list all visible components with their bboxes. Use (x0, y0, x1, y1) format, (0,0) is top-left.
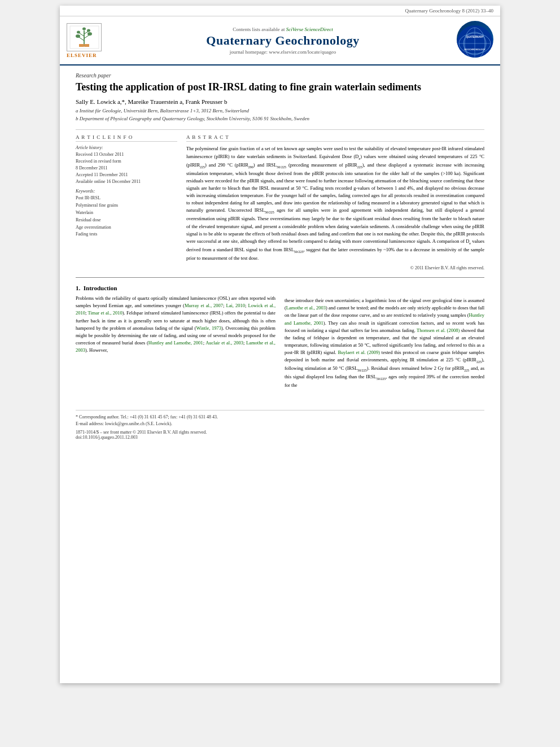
article-info-col: A R T I C L E I N F O Article history: R… (76, 134, 177, 270)
history-label: Article history: (76, 145, 177, 150)
journal-logo-circle: QUATERNARY GEOCHRONOLOGY (457, 21, 493, 58)
ref-huntley2001b[interactable]: Huntley and Lamothe, 2001 (285, 312, 484, 325)
svg-point-8 (77, 30, 80, 33)
abstract-heading: A B S T R A C T (186, 134, 484, 142)
citation-bar: Quaternary Geochronology 8 (2012) 33–40 (60, 6, 500, 16)
intro-section: 1. Introduction Problems with the reliab… (76, 285, 484, 393)
svg-text:GEOCHRONOLOGY: GEOCHRONOLOGY (464, 48, 485, 51)
logo-box-text: QUATERNARY GEOCHRONOLOGY (457, 21, 493, 58)
copyright-line: © 2011 Elsevier B.V. All rights reserved… (186, 265, 484, 270)
ref-lamothe2003b[interactable]: Lamothe et al., 2003 (286, 305, 326, 311)
article-type: Research paper (76, 72, 484, 78)
corresponding-author-text: * Corresponding author. Tel.: +41 (0) 31… (76, 414, 218, 420)
intro-col1-text: Problems with the reliability of quartz … (76, 295, 275, 354)
keyword-6: Fading tests (76, 231, 177, 238)
svg-point-7 (88, 32, 92, 36)
received-date: Received 13 October 2011 (76, 151, 177, 158)
intro-col-left: 1. Introduction Problems with the reliab… (76, 285, 275, 393)
abstract-col: A B S T R A C T The polymineral fine gra… (186, 134, 484, 270)
citation-text: Quaternary Geochronology 8 (2012) 33–40 (405, 8, 493, 14)
ref-huntley2001[interactable]: Huntley and Lamothe, 2001 (148, 340, 203, 346)
keywords-section: Keywords: Post IR-IRSL Polymineral fine … (76, 189, 177, 238)
ref-auclair2003[interactable]: Auclair et al., 2003 (205, 340, 243, 346)
affiliations: a Institut für Geologie, Universität Ber… (76, 107, 484, 123)
abstract-text: The polymineral fine grain fraction of a… (186, 145, 484, 262)
svg-point-10 (82, 27, 86, 30)
ref-timar2010[interactable]: Timar et al., 2010 (88, 310, 123, 316)
article-page: Quaternary Geochronology 8 (2012) 33–40 (60, 6, 500, 683)
svg-point-9 (87, 29, 90, 32)
affiliation-b: b Department of Physical Geography and Q… (76, 115, 484, 123)
elsevier-logo: ELSEVIER (67, 23, 112, 58)
svg-point-6 (76, 34, 80, 38)
doi-text: doi:10.1016/j.quageo.2011.12.003 (76, 435, 484, 440)
intro-col-right: these introduce their own uncertainties;… (285, 285, 484, 393)
ref-murray2007[interactable]: Murray et al., 2007 (185, 303, 223, 308)
corresponding-author-note: * Corresponding author. Tel.: +41 (0) 31… (76, 414, 484, 421)
keyword-1: Post IR-IRSL (76, 195, 177, 202)
keyword-4: Residual dose (76, 217, 177, 224)
accepted-date: Accepted 11 December 2011 (76, 172, 177, 178)
email-text: E-mail address: lowick@geo.unibe.ch (S.E… (76, 421, 172, 426)
ref-wintle1973[interactable]: Wintle, 1973 (196, 325, 221, 331)
section-divider (76, 277, 484, 278)
journal-homepage: journal homepage: www.elsevier.com/locat… (112, 49, 454, 55)
journal-title: Quaternary Geochronology (112, 33, 454, 48)
footer-doi-section: 1871-1014/$ – see front matter © 2011 El… (76, 430, 484, 440)
elsevier-wordmark: ELSEVIER (67, 53, 97, 58)
article-footer: * Corresponding author. Tel.: +41 (0) 31… (76, 410, 484, 440)
ref-buylaert2009[interactable]: Buylaert et al. (2009) (338, 350, 380, 355)
available-date: Available online 16 December 2011 (76, 178, 177, 185)
sciverse-line: Contents lists available at SciVerse Sci… (112, 27, 454, 32)
revised-date: Received in revised form8 December 2011 (76, 158, 177, 172)
info-abstract-section: A R T I C L E I N F O Article history: R… (76, 129, 484, 270)
authors-line: Sally E. Lowick a,*, Mareike Trauerstein… (76, 98, 484, 105)
issn-text: 1871-1014/$ – see front matter © 2011 El… (76, 430, 484, 435)
header-center: Contents lists available at SciVerse Sci… (112, 27, 454, 55)
svg-text:QUATERNARY: QUATERNARY (466, 36, 483, 38)
journal-header: ELSEVIER Contents lists available at Sci… (60, 16, 500, 65)
intro-col2-text: these introduce their own uncertainties;… (285, 297, 484, 390)
journal-logo-container: QUATERNARY GEOCHRONOLOGY (454, 21, 493, 60)
keyword-5: Age overestimation (76, 224, 177, 231)
article-history: Article history: Received 13 October 201… (76, 145, 177, 185)
affiliation-a: a Institut für Geologie, Universität Ber… (76, 107, 484, 115)
keywords-list: Post IR-IRSL Polymineral fine grains Wat… (76, 195, 177, 238)
ref-thomsen2008[interactable]: Thomsen et al. (2008) (417, 327, 460, 333)
article-body: Research paper Testing the application o… (60, 65, 500, 404)
sciverse-link[interactable]: SciVerse ScienceDirect (286, 27, 333, 32)
keywords-label: Keywords: (76, 189, 177, 194)
ref-lai2010[interactable]: Lai, 2010 (226, 303, 246, 308)
keyword-2: Polymineral fine grains (76, 202, 177, 209)
article-title: Testing the application of post IR-IRSL … (76, 81, 484, 94)
intro-heading: 1. Introduction (76, 285, 275, 291)
email-note: E-mail address: lowick@geo.unibe.ch (S.E… (76, 421, 484, 427)
article-info-heading: A R T I C L E I N F O (76, 134, 177, 142)
keyword-3: Waterlain (76, 209, 177, 217)
section-title-text: Introduction (84, 285, 117, 291)
section-number: 1. (76, 285, 80, 291)
